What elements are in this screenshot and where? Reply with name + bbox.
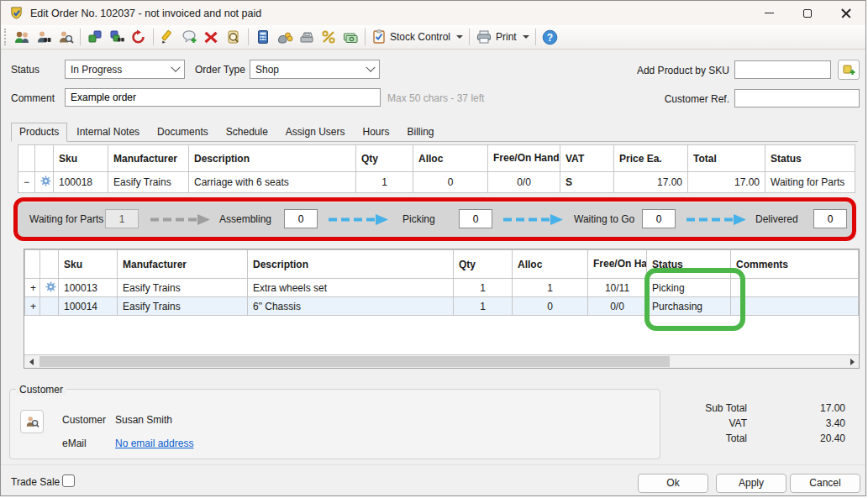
scrollbar-track[interactable] <box>38 355 845 368</box>
edit-button[interactable] <box>157 27 179 47</box>
expand-row-toggle[interactable]: + <box>25 279 40 297</box>
add-note-button[interactable] <box>179 27 201 47</box>
vat-value: 3.40 <box>770 417 845 429</box>
stage-waiting-to-go-label: Waiting to Go <box>574 213 634 225</box>
horizontal-scrollbar[interactable] <box>24 354 859 368</box>
stage-waiting-for-parts-count[interactable] <box>105 209 139 228</box>
total-value: 20.40 <box>770 432 845 444</box>
customer-search-button[interactable] <box>55 27 76 47</box>
trade-sale-checkbox[interactable] <box>62 474 75 487</box>
col-manufacturer: Manufacturer <box>118 250 248 279</box>
toolbar-separator <box>469 29 470 45</box>
minimize-button[interactable] <box>750 1 788 25</box>
customer-find-button[interactable] <box>33 27 55 47</box>
cell-status: Picking <box>647 279 731 297</box>
preview-button[interactable] <box>223 27 245 47</box>
edit-order-window: Edit Order No. 102037 - not invoiced and… <box>0 0 866 496</box>
finances-button[interactable] <box>274 27 296 47</box>
cell-price-ea: 17.00 <box>614 172 688 193</box>
gear-icon <box>45 281 56 292</box>
products-button[interactable] <box>84 27 106 47</box>
table-row[interactable]: + 100014 Easify Trains 6" Chassis 1 0 0/… <box>25 297 859 316</box>
discount-button[interactable] <box>318 27 339 47</box>
table-row[interactable]: + 100013 Easify Trains Extra wheels set … <box>25 279 859 297</box>
cell-alloc: 1 <box>513 279 588 297</box>
tab-billing[interactable]: Billing <box>399 123 443 142</box>
tab-products[interactable]: Products <box>11 123 67 142</box>
stage-delivered-label: Delivered <box>755 213 798 225</box>
ok-button[interactable]: Ok <box>638 474 708 493</box>
col-alloc: Alloc <box>413 145 488 172</box>
add-product-button[interactable] <box>838 60 860 80</box>
print-button[interactable]: Print <box>473 27 532 47</box>
cell-description: Carriage with 6 seats <box>189 172 356 193</box>
col-status: Status <box>647 250 731 279</box>
stage-picking-count[interactable] <box>459 209 492 228</box>
stage-waiting-to-go-count[interactable] <box>642 209 676 228</box>
cell-comments <box>731 297 859 316</box>
tab-internal-notes[interactable]: Internal Notes <box>68 123 148 142</box>
edit-icon <box>160 29 176 45</box>
collapse-row-toggle[interactable]: − <box>18 172 35 193</box>
apply-button[interactable]: Apply <box>716 474 786 493</box>
expand-row-toggle[interactable]: + <box>25 297 40 316</box>
customer-groupbox: Customer Susan Smith eMail No email addr… <box>9 389 660 459</box>
toolbar-separator <box>80 29 81 45</box>
table-row[interactable]: − 100018 Easify Trains Carriage with 6 s… <box>18 172 855 193</box>
svg-text:?: ? <box>547 32 553 44</box>
maximize-button[interactable] <box>788 1 827 25</box>
toolbar-separator <box>153 29 154 45</box>
cell-total: 17.00 <box>688 172 765 193</box>
customer-lookup-button[interactable] <box>20 410 44 433</box>
comment-input[interactable] <box>65 88 381 107</box>
close-button[interactable] <box>827 1 865 25</box>
customer-name: Susan Smith <box>115 414 172 426</box>
tab-schedule[interactable]: Schedule <box>218 123 276 142</box>
refresh-order-button[interactable] <box>128 27 150 47</box>
add-product-by-sku-input[interactable] <box>734 60 831 79</box>
tab-hours[interactable]: Hours <box>355 123 398 142</box>
customer-search-icon <box>57 29 74 45</box>
order-type-combobox[interactable]: Shop <box>250 60 380 79</box>
print-label: Print <box>496 31 517 43</box>
email-link[interactable]: No email address <box>115 438 193 449</box>
customers-icon <box>13 29 30 45</box>
cell-alloc: 0 <box>513 297 588 316</box>
col-sku: Sku <box>54 145 108 172</box>
help-button[interactable]: ? <box>539 27 561 47</box>
calculator-button[interactable] <box>252 27 274 47</box>
customers-button[interactable] <box>11 27 33 47</box>
cancel-button[interactable]: Cancel <box>790 474 860 493</box>
cell-comments <box>731 279 859 297</box>
stock-control-icon <box>371 29 387 45</box>
cell-qty: 1 <box>356 172 413 193</box>
scroll-left-button[interactable] <box>24 355 38 368</box>
chevron-down-icon <box>171 62 180 71</box>
product-find-button[interactable] <box>106 27 128 47</box>
scroll-right-button[interactable] <box>845 355 859 368</box>
col-free-on-hand: Free/On Hand <box>488 145 560 172</box>
delete-button[interactable] <box>201 27 223 47</box>
money-button[interactable] <box>339 27 361 47</box>
tab-assign-users[interactable]: Assign Users <box>277 123 354 142</box>
col-vat: VAT <box>560 145 614 172</box>
order-type-label: Order Type <box>195 64 245 76</box>
stage-delivered-count[interactable] <box>813 209 847 228</box>
chevron-down-icon <box>366 62 375 71</box>
preview-icon <box>225 29 242 45</box>
discount-icon <box>320 29 337 45</box>
cell-alloc: 0 <box>413 172 488 193</box>
customer-ref-input[interactable] <box>734 89 860 107</box>
status-combobox[interactable]: In Progress <box>65 60 185 79</box>
scrollbar-thumb[interactable] <box>39 356 670 367</box>
tab-documents[interactable]: Documents <box>149 123 217 142</box>
chevron-down-icon <box>456 35 463 39</box>
sub-total-label: Sub Total <box>646 402 747 414</box>
cell-sku: 100013 <box>59 279 118 297</box>
till-button[interactable] <box>296 27 318 47</box>
add-product-by-sku-label: Add Product by SKU <box>635 65 729 76</box>
stage-waiting-for-parts-label: Waiting for Parts <box>29 213 103 225</box>
stock-control-button[interactable]: Stock Control <box>369 27 466 47</box>
product-find-icon <box>108 29 125 45</box>
stage-assembling-count[interactable] <box>284 209 318 228</box>
